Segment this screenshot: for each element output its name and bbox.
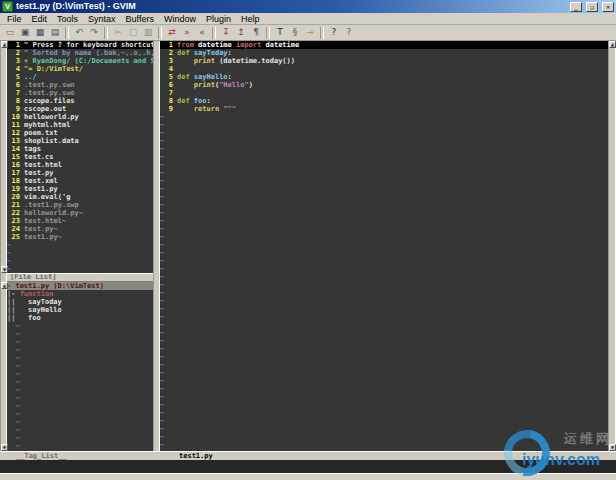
window-title: test1.py (D:\VimTest) - GVIM bbox=[16, 0, 566, 13]
code-line[interactable]: 9 return """ bbox=[160, 105, 608, 113]
file-list-line[interactable]: 10helloworld.py bbox=[7, 113, 153, 121]
file-list-line[interactable]: 15test.cs bbox=[7, 153, 153, 161]
file-list-line[interactable]: 17test.py bbox=[7, 169, 153, 177]
file-list-line[interactable]: 7.test.py.swo bbox=[7, 89, 153, 97]
file-list-line[interactable]: 23test.html~ bbox=[7, 217, 153, 225]
close-button[interactable]: ✕ bbox=[602, 2, 614, 12]
file-list-line[interactable]: 13shoplist.data bbox=[7, 137, 153, 145]
taglist-line[interactable]: || sayToday bbox=[7, 298, 153, 306]
file-list-line[interactable]: 21.test1.py.swp bbox=[7, 201, 153, 209]
taglist-line[interactable]: || sayHello bbox=[7, 306, 153, 314]
file-list-line[interactable]: 6.test.py.swn bbox=[7, 81, 153, 89]
taglist-line[interactable]: - test1.py (D:\VimTest) bbox=[7, 282, 153, 290]
code-line[interactable]: 3 print (datetime.today()) bbox=[160, 57, 608, 65]
empty-line: ~ bbox=[160, 425, 608, 433]
empty-line: ~ bbox=[7, 378, 153, 386]
tilde-marker: ~ bbox=[160, 113, 164, 121]
scroll-down-icon[interactable]: ▼ bbox=[1, 444, 8, 451]
code-window[interactable]: 1from datetime import datetime2def sayTo… bbox=[160, 41, 608, 451]
file-list-line[interactable]: 20vim.eval('g bbox=[7, 193, 153, 201]
text-segment: cscope.out bbox=[24, 105, 66, 113]
minimize-button[interactable]: _ bbox=[570, 2, 582, 12]
print-icon[interactable]: ▤ bbox=[48, 26, 62, 39]
find-replace-icon[interactable]: ⇄ bbox=[165, 26, 179, 39]
line-number: 22 bbox=[7, 209, 20, 217]
scroll-up-icon[interactable]: ▲ bbox=[1, 282, 8, 289]
vim-command-line[interactable] bbox=[0, 460, 616, 473]
file-list-line[interactable]: 14tags bbox=[7, 145, 153, 153]
empty-line: ~ bbox=[160, 225, 608, 233]
middle-scrollbar[interactable] bbox=[153, 41, 160, 451]
file-list-line[interactable]: 19test1.py bbox=[7, 185, 153, 193]
taglist-line[interactable]: |- function bbox=[7, 290, 153, 298]
menu-syntax[interactable]: Syntax bbox=[83, 13, 121, 25]
left-scrollbar[interactable]: ▲ ▼ ▲ ▼ bbox=[0, 41, 7, 451]
make-icon[interactable]: T bbox=[273, 26, 287, 39]
help-icon[interactable]: ? bbox=[327, 26, 341, 39]
file-list-line[interactable]: 3+ RyanDong/ (C:/Documents and Setti bbox=[7, 57, 153, 65]
tag-jump-icon[interactable]: → bbox=[303, 26, 317, 39]
code-line[interactable]: 7 bbox=[160, 89, 608, 97]
file-list-line[interactable]: 11myhtml.html bbox=[7, 121, 153, 129]
empty-line: ~ bbox=[7, 410, 153, 418]
file-list-line[interactable]: 8cscope.files bbox=[7, 97, 153, 105]
menu-plugin[interactable]: Plugin bbox=[201, 13, 236, 25]
scroll-down-icon[interactable]: ▼ bbox=[609, 444, 616, 451]
find-next-icon[interactable]: » bbox=[180, 26, 194, 39]
save-all-icon[interactable]: ▦ bbox=[33, 26, 47, 39]
file-explorer-window[interactable]: 1" Press ? for keyboard shortcuts2" Sort… bbox=[7, 41, 153, 273]
file-list-line[interactable]: 4"= D:/VimTest/ bbox=[7, 65, 153, 73]
tilde-marker: ~ bbox=[160, 153, 164, 161]
paste-icon[interactable]: ▥ bbox=[141, 26, 155, 39]
file-list-line[interactable]: 5../ bbox=[7, 73, 153, 81]
file-list-line[interactable]: 9cscope.out bbox=[7, 105, 153, 113]
code-line[interactable]: 5def sayHello: bbox=[160, 73, 608, 81]
menu-buffers[interactable]: Buffers bbox=[121, 13, 159, 25]
code-line[interactable]: 6 print("Hello") bbox=[160, 81, 608, 89]
run-script-icon[interactable]: ¶ bbox=[249, 26, 263, 39]
menu-tools[interactable]: Tools bbox=[52, 13, 83, 25]
load-session-icon[interactable]: ↧ bbox=[219, 26, 233, 39]
text-segment: return bbox=[194, 105, 224, 113]
redo-icon[interactable]: ↷ bbox=[87, 26, 101, 39]
menu-edit[interactable]: Edit bbox=[27, 13, 53, 25]
menu-file[interactable]: File bbox=[2, 13, 27, 25]
taglist-window[interactable]: - test1.py (D:\VimTest)|- function|| say… bbox=[7, 282, 153, 451]
file-list-line[interactable]: 25test1.py~ bbox=[7, 233, 153, 241]
file-list-line[interactable]: 24test.py~ bbox=[7, 225, 153, 233]
find-help-icon[interactable]: ? bbox=[342, 26, 356, 39]
menu-window[interactable]: Window bbox=[159, 13, 201, 25]
undo-icon[interactable]: ↶ bbox=[72, 26, 86, 39]
text-segment: test1.py bbox=[24, 185, 58, 193]
scroll-down-icon[interactable]: ▼ bbox=[1, 266, 8, 273]
file-list-line[interactable]: 22helloworld.py~ bbox=[7, 209, 153, 217]
code-line[interactable]: 2def sayToday: bbox=[160, 49, 608, 57]
code-line[interactable]: 8def foo: bbox=[160, 97, 608, 105]
taglist-line[interactable]: || foo bbox=[7, 314, 153, 322]
run-ctags-icon[interactable]: § bbox=[288, 26, 302, 39]
file-list-line[interactable]: 12poem.txt bbox=[7, 129, 153, 137]
file-list-line[interactable]: 18test.xml bbox=[7, 177, 153, 185]
right-scrollbar[interactable]: ▲ ▼ bbox=[608, 41, 616, 451]
open-file-icon[interactable]: ▭ bbox=[3, 26, 17, 39]
save-session-icon[interactable]: ↥ bbox=[234, 26, 248, 39]
file-list-line[interactable]: 1" Press ? for keyboard shortcuts bbox=[7, 41, 153, 49]
save-file-icon[interactable]: ▣ bbox=[18, 26, 32, 39]
empty-line: ~ bbox=[7, 370, 153, 378]
line-number: 5 bbox=[160, 73, 173, 81]
restore-button[interactable]: ❏ bbox=[586, 2, 598, 12]
tilde-marker: ~ bbox=[7, 257, 11, 265]
menu-help[interactable]: Help bbox=[236, 13, 265, 25]
text-segment: test.xml bbox=[24, 177, 58, 185]
scroll-up-icon[interactable]: ▲ bbox=[609, 41, 616, 48]
file-list-line[interactable]: 2" Sorted by name (.bak,~,.o,.h,.inf bbox=[7, 49, 153, 57]
file-list-line[interactable]: 16test.html bbox=[7, 161, 153, 169]
text-segment: .test.py.swo bbox=[24, 89, 75, 97]
find-previous-icon[interactable]: « bbox=[195, 26, 209, 39]
copy-icon[interactable]: ▢ bbox=[126, 26, 140, 39]
scroll-up-icon[interactable]: ▲ bbox=[1, 41, 8, 48]
code-line[interactable]: 1from datetime import datetime bbox=[160, 41, 608, 49]
empty-line: ~ bbox=[160, 417, 608, 425]
cut-icon[interactable]: ✂ bbox=[111, 26, 125, 39]
code-line[interactable]: 4 bbox=[160, 65, 608, 73]
